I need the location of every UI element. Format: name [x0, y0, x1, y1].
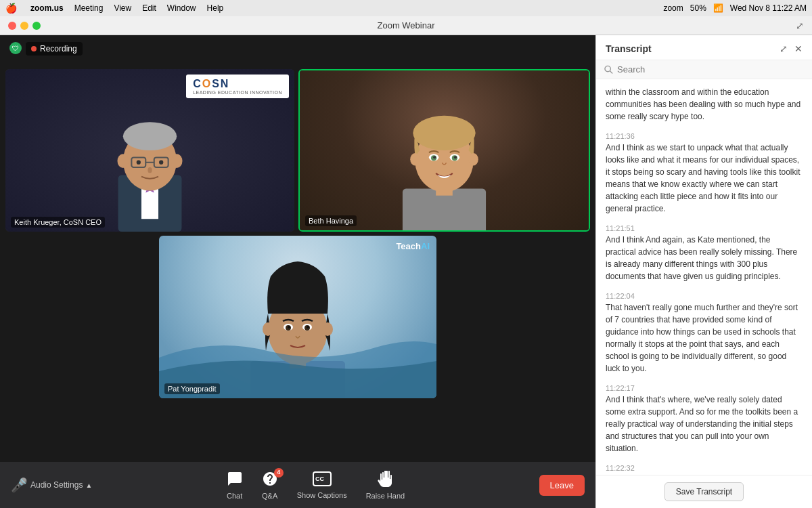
transcript-text-2: And I think And again, as Kate mentioned… — [606, 234, 803, 282]
svg-point-24 — [454, 156, 457, 158]
save-transcript-button[interactable]: Save Transcript — [664, 482, 744, 501]
close-button[interactable] — [8, 22, 16, 30]
transcript-time-3: 11:22:04 — [606, 292, 803, 300]
menu-meeting[interactable]: Meeting — [74, 3, 104, 13]
menu-window[interactable]: Window — [167, 3, 196, 13]
svg-point-5 — [118, 154, 129, 168]
svg-point-38 — [605, 66, 610, 71]
toolbar-center-items: Chat 4 Q&A — [227, 471, 405, 500]
transcript-time-1: 11:21:36 — [606, 132, 803, 140]
transcript-entry-2: 11:21:51 And I think And again, as Kate … — [606, 224, 803, 282]
svg-point-6 — [171, 154, 183, 168]
video-grid: COSN LEADING EDUCATION INNOVATION — [0, 35, 595, 462]
qa-icon: 4 — [262, 471, 278, 490]
audio-chevron-icon[interactable]: ▲ — [85, 482, 92, 489]
beth-avatar — [300, 70, 589, 230]
transcript-footer: Save Transcript — [596, 475, 812, 508]
svg-line-39 — [610, 70, 612, 73]
svg-point-17 — [410, 153, 420, 165]
svg-point-10 — [137, 161, 141, 165]
menu-edit[interactable]: Edit — [142, 3, 156, 13]
transcript-popout-button[interactable]: ⤢ — [780, 43, 788, 54]
captions-label: Show Captions — [297, 491, 347, 499]
transcript-text-4: And I think that's where, we've really s… — [606, 394, 803, 454]
chat-button[interactable]: Chat — [227, 471, 243, 500]
transcript-panel: Transcript ⤢ ✕ within the classroom and … — [595, 35, 812, 508]
keith-name: Keith Krueger, CoSN CEO — [11, 217, 105, 228]
transcript-text-1: And I think as we start to unpack what t… — [606, 142, 803, 215]
minimize-button[interactable] — [20, 22, 28, 30]
qa-badge: 4 — [274, 468, 284, 478]
audio-settings-label: Audio Settings — [30, 480, 83, 490]
menubar-right: zoom 50% 📶 Wed Nov 8 11:22 AM — [663, 3, 807, 13]
transcript-entry-3: 11:22:04 That haven't really gone much f… — [606, 292, 803, 375]
bg-waves — [159, 236, 436, 398]
transcript-header: Transcript ⤢ ✕ — [596, 35, 812, 60]
video-tile-pat: TeachAI — [159, 236, 436, 398]
leave-button[interactable]: Leave — [539, 475, 585, 496]
wifi-icon: 📶 — [713, 3, 723, 13]
qa-button[interactable]: 4 Q&A — [262, 471, 278, 500]
transcript-body: within the classroom and within the educ… — [596, 79, 812, 475]
transcript-search-input[interactable] — [617, 64, 804, 75]
window-controls[interactable] — [8, 22, 41, 30]
recording-badge: Recording — [26, 42, 83, 56]
window-title: Zoom Webinar — [377, 20, 434, 30]
chat-icon — [227, 471, 243, 490]
svg-point-11 — [159, 161, 163, 165]
recording-label: Recording — [40, 44, 77, 54]
svg-point-12 — [148, 167, 152, 173]
title-bar: Zoom Webinar ⤢ — [0, 16, 812, 35]
svg-point-16 — [413, 116, 475, 150]
search-icon — [604, 65, 613, 75]
transcript-entry-0: within the classroom and within the educ… — [606, 86, 803, 123]
transcript-search-bar[interactable] — [596, 60, 812, 79]
transcript-entry-4: 11:22:17 And I think that's where, we've… — [606, 384, 803, 454]
beth-name: Beth Havinga — [305, 215, 357, 226]
recording-dot — [31, 46, 37, 51]
transcript-entry-1: 11:21:36 And I think as we start to unpa… — [606, 132, 803, 215]
maximize-button[interactable] — [32, 22, 41, 30]
video-row-top: COSN LEADING EDUCATION INNOVATION — [5, 69, 590, 232]
svg-point-4 — [123, 122, 177, 150]
apple-menu[interactable]: 🍎 — [5, 3, 17, 14]
captions-button[interactable]: CC Show Captions — [297, 471, 347, 499]
audio-icon: 🎤 — [11, 477, 28, 493]
raise-hand-icon — [378, 471, 392, 490]
security-icon: 🛡 — [9, 42, 22, 54]
svg-text:CC: CC — [315, 475, 324, 482]
zoom-logo: zoom — [663, 3, 683, 13]
transcript-close-button[interactable]: ✕ — [794, 43, 803, 54]
raise-hand-button[interactable]: Raise Hand — [366, 471, 405, 500]
svg-point-23 — [433, 156, 436, 158]
chat-label: Chat — [227, 492, 242, 500]
video-tile-beth: Beth Havinga — [298, 69, 590, 232]
transcript-text-0: within the classroom and within the educ… — [606, 86, 803, 123]
main-layout: Recording 🛡 COSN LEADING EDUCATION INNOV… — [0, 35, 812, 508]
captions-icon: CC — [313, 471, 332, 489]
raise-hand-label: Raise Hand — [366, 492, 405, 500]
menu-zoom[interactable]: zoom.us — [30, 3, 64, 13]
pat-name: Pat Yongpradit — [164, 383, 220, 394]
transcript-time-5: 11:22:32 — [606, 464, 803, 472]
transcript-time-4: 11:22:17 — [606, 384, 803, 392]
menu-view[interactable]: View — [114, 3, 131, 13]
cosn-logo: COSN LEADING EDUCATION INNOVATION — [186, 75, 289, 98]
transcript-time-2: 11:21:51 — [606, 224, 803, 232]
video-area: Recording 🛡 COSN LEADING EDUCATION INNOV… — [0, 35, 595, 508]
battery-status: 50% — [690, 3, 706, 13]
svg-point-18 — [468, 153, 478, 165]
video-row-bottom: TeachAI — [5, 236, 590, 398]
audio-settings-group[interactable]: 🎤 Audio Settings ▲ — [11, 477, 92, 493]
transcript-controls[interactable]: ⤢ ✕ — [780, 43, 803, 54]
menu-bar: 🍎 zoom.us Meeting View Edit Window Help … — [0, 0, 812, 16]
transcript-entry-5: 11:22:32 It's given you some ideas aroun… — [606, 464, 803, 475]
qa-label: Q&A — [262, 492, 277, 500]
expand-icon[interactable]: ⤢ — [796, 20, 804, 31]
menu-help[interactable]: Help — [207, 3, 224, 13]
datetime: Wed Nov 8 11:22 AM — [730, 3, 807, 13]
video-tile-keith: COSN LEADING EDUCATION INNOVATION — [5, 69, 294, 232]
toolbar: 🎤 Audio Settings ▲ Chat — [0, 462, 595, 508]
transcript-title: Transcript — [606, 43, 652, 54]
transcript-text-3: That haven't really gone much further an… — [606, 301, 803, 375]
